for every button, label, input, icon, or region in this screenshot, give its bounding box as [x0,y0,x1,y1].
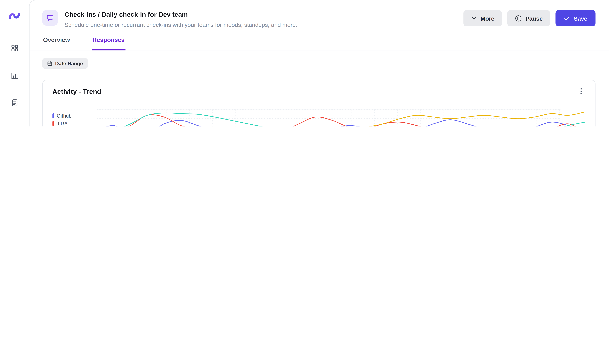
page-subtitle: Schedule one-time or recurrant check-ins… [65,21,297,28]
tab-responses[interactable]: Responses [92,33,125,51]
activity-card-header: Activity - Trend [43,80,595,103]
date-range-button[interactable]: Date Range [42,58,88,69]
card-menu-button[interactable] [576,87,587,97]
sidebar-item-reports[interactable] [9,98,20,109]
activity-trend-card: Activity - Trend Github JIRA [42,80,595,127]
more-button-label: More [481,15,494,22]
pause-button[interactable]: Pause [507,10,550,26]
hatica-logo[interactable] [7,9,22,23]
tab-bar: Overview Responses [29,28,609,51]
trend-chart [97,109,585,127]
pause-button-label: Pause [526,15,543,22]
legend-swatch [53,121,54,126]
more-button[interactable]: More [463,10,502,26]
sidebar [0,0,29,127]
app-root: Check-ins / Daily check-in for Dev team … [0,0,609,127]
pause-circle-icon [515,14,522,22]
legend-item-github[interactable]: Github [53,113,91,118]
legend-item-jira[interactable]: JIRA [53,120,91,126]
calendar-icon [47,61,52,66]
legend-label: JIRA [57,120,68,126]
save-button[interactable]: Save [555,10,595,26]
legend-label: Github [57,113,71,118]
page-heading: Check-ins / Daily check-in for Dev team … [65,10,297,28]
page-title: Check-ins / Daily check-in for Dev team [65,11,297,19]
filters-row: Date Range [29,51,609,69]
check-icon [564,15,570,22]
activity-card-title: Activity - Trend [53,88,101,96]
chevron-down-icon [471,15,477,21]
sidebar-item-goals[interactable] [9,125,20,127]
activity-card-body: Github JIRA Zoom PagerDuty [43,103,595,127]
sidebar-item-dashboard[interactable] [9,43,20,55]
sidebar-item-analytics[interactable] [9,71,20,82]
legend-swatch [53,113,54,118]
page-header: Check-ins / Daily check-in for Dev team … [29,0,609,28]
trend-line-chart [97,109,585,127]
kebab-menu-icon [578,88,584,95]
chart-legend: Github JIRA Zoom PagerDuty [53,113,91,127]
tab-overview[interactable]: Overview [42,33,71,51]
date-range-label: Date Range [55,61,83,66]
checkin-chip-icon [42,10,58,26]
main-panel: Check-ins / Daily check-in for Dev team … [29,0,609,127]
save-button-label: Save [574,15,587,22]
header-actions: More Pause Save [463,10,595,26]
